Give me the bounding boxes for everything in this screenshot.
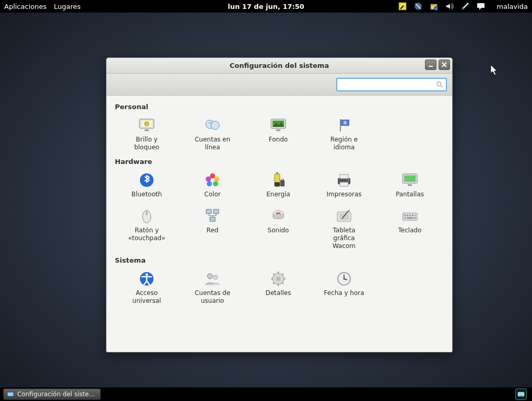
- power-icon: [269, 171, 288, 190]
- svg-rect-61: [404, 217, 406, 219]
- item-label: Energía: [266, 191, 290, 198]
- taskbar-button-label: Configuración del siste…: [17, 391, 95, 398]
- item-online-accounts[interactable]: Cuentas en línea: [182, 114, 243, 154]
- svg-rect-48: [214, 209, 219, 214]
- keyboard-layout-indicator[interactable]: [515, 388, 527, 400]
- search-field[interactable]: [336, 78, 447, 91]
- clock-icon: [335, 269, 353, 288]
- svg-point-65: [146, 274, 148, 276]
- writing-tool-icon[interactable]: [461, 2, 469, 10]
- svg-point-10: [437, 81, 441, 86]
- svg-rect-34: [280, 180, 285, 186]
- item-label: Brillo y bloqueo: [134, 136, 159, 151]
- svg-point-14: [145, 122, 149, 126]
- svg-rect-9: [429, 66, 433, 67]
- svg-line-11: [441, 85, 443, 87]
- svg-line-73: [273, 274, 275, 275]
- chat-icon[interactable]: [477, 2, 485, 10]
- svg-point-66: [207, 274, 212, 279]
- svg-rect-58: [409, 215, 411, 216]
- close-button[interactable]: [439, 60, 450, 70]
- svg-point-77: [276, 277, 280, 281]
- accessibility-icon: [137, 269, 156, 288]
- section-system: Sistema: [115, 256, 445, 264]
- svg-rect-35: [281, 179, 282, 180]
- displays-icon: [400, 171, 419, 190]
- item-power[interactable]: Energía: [247, 169, 309, 200]
- section-personal: Personal: [115, 103, 445, 111]
- item-label: Teclado: [398, 227, 422, 234]
- svg-rect-7: [462, 8, 464, 10]
- window-title: Configuración del sistema: [107, 62, 452, 69]
- volume-icon[interactable]: [445, 2, 454, 10]
- svg-rect-57: [407, 215, 408, 216]
- places-menu[interactable]: Lugares: [54, 3, 80, 10]
- item-label: Red: [207, 227, 219, 234]
- taskbar-button-settings[interactable]: Configuración del siste…: [3, 388, 101, 400]
- svg-line-75: [282, 274, 283, 275]
- cursor-icon: [491, 65, 499, 76]
- titlebar[interactable]: Configuración del sistema: [107, 58, 452, 74]
- search-input[interactable]: [337, 80, 446, 88]
- svg-rect-87: [519, 395, 523, 396]
- svg-rect-46: [146, 211, 148, 215]
- svg-rect-56: [404, 215, 406, 216]
- item-label: Cuentas de usuario: [195, 289, 230, 305]
- bluetooth-icon: [137, 171, 156, 190]
- clock[interactable]: lun 17 de jun, 17:50: [228, 3, 304, 10]
- item-color[interactable]: Color: [182, 169, 243, 200]
- item-user-accounts[interactable]: Cuentas de usuario: [182, 267, 243, 307]
- item-brightness-lock[interactable]: Brillo y bloqueo: [116, 114, 178, 154]
- item-network[interactable]: Red: [182, 205, 243, 252]
- item-label: Bluetooth: [132, 191, 162, 198]
- item-displays[interactable]: Pantallas: [379, 169, 441, 200]
- background-icon: [269, 116, 288, 135]
- svg-rect-21: [276, 129, 280, 131]
- svg-rect-63: [414, 217, 416, 219]
- item-background[interactable]: Fondo: [247, 114, 309, 154]
- package-update-icon[interactable]: i: [430, 2, 438, 10]
- svg-rect-15: [145, 129, 149, 131]
- svg-rect-55: [403, 213, 417, 220]
- svg-rect-82: [7, 392, 14, 396]
- item-details[interactable]: Detalles: [247, 267, 309, 307]
- item-wacom-tablet[interactable]: Tableta gráfica Wacom: [313, 205, 375, 252]
- item-region-language[interactable]: Región e idioma: [313, 114, 375, 154]
- item-label: Impresoras: [326, 191, 361, 198]
- item-printers[interactable]: Impresoras: [313, 169, 375, 200]
- svg-rect-8: [477, 3, 484, 8]
- applications-menu[interactable]: Aplicaciones: [4, 3, 46, 10]
- svg-rect-47: [206, 209, 211, 214]
- printer-icon: [335, 171, 353, 190]
- top-panel: Aplicaciones Lugares lun 17 de jun, 17:5…: [0, 0, 532, 13]
- region-icon: [335, 116, 353, 135]
- svg-line-74: [282, 282, 283, 284]
- section-hardware: Hardware: [115, 158, 445, 166]
- svg-rect-83: [518, 392, 524, 396]
- item-sound[interactable]: Sonido: [247, 205, 309, 252]
- system-tray: i malavida: [398, 2, 528, 10]
- sound-icon: [269, 207, 288, 226]
- minimize-button[interactable]: [425, 60, 436, 70]
- settings-mini-icon: [7, 391, 14, 398]
- item-universal-access[interactable]: Acceso universal: [116, 267, 178, 307]
- item-label: Pantallas: [396, 191, 424, 198]
- update-blocked-icon[interactable]: [414, 2, 422, 10]
- svg-rect-39: [340, 182, 348, 186]
- notes-icon[interactable]: [398, 2, 407, 10]
- svg-point-27: [214, 176, 219, 182]
- item-label: Sonido: [268, 227, 289, 234]
- svg-point-40: [348, 180, 349, 181]
- details-icon: [269, 269, 288, 288]
- bottom-panel: Configuración del siste…: [0, 387, 532, 401]
- item-label: Color: [204, 191, 220, 198]
- item-mouse-touchpad[interactable]: Ratón y «touchpad»: [116, 205, 178, 252]
- user-menu[interactable]: malavida: [496, 3, 528, 10]
- settings-window: Configuración del sistema Personal Brill…: [106, 57, 453, 352]
- item-date-time[interactable]: Fecha y hora: [313, 267, 375, 307]
- svg-point-67: [214, 275, 218, 279]
- item-label: Tableta gráfica Wacom: [333, 227, 356, 250]
- item-keyboard[interactable]: Teclado: [379, 205, 441, 252]
- svg-rect-62: [407, 217, 413, 219]
- item-bluetooth[interactable]: Bluetooth: [116, 169, 178, 200]
